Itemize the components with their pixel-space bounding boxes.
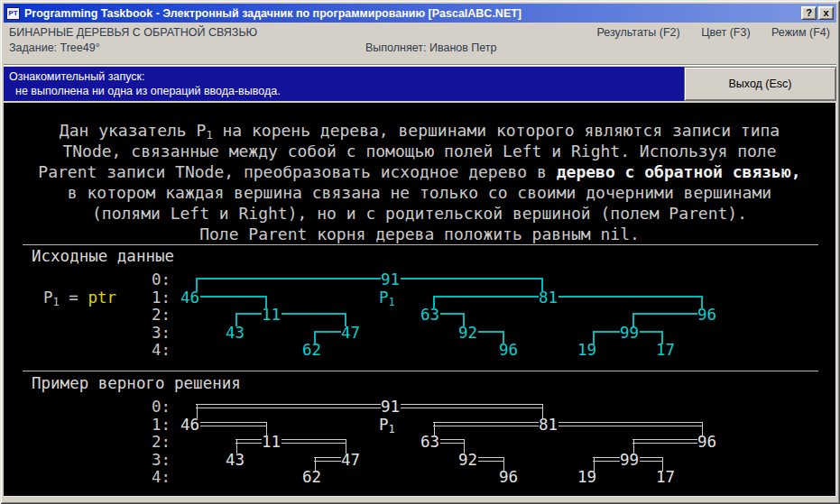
tree-node: 11 <box>262 435 281 450</box>
tree-level-label: 1: <box>152 290 171 306</box>
tree-node: 96 <box>499 343 518 358</box>
tree-edge-line <box>314 331 316 344</box>
close-button[interactable]: x <box>818 6 834 20</box>
menu-item-results[interactable]: Результаты (F2) <box>596 26 679 39</box>
task-text-line: TNode, связанные между собой с помощью п… <box>4 141 835 161</box>
tree-node: 19 <box>577 470 596 485</box>
tree-edge-line <box>315 457 316 472</box>
titlebar[interactable]: PT Programming Taskbook - Электронный за… <box>4 4 836 23</box>
tree-edge-line <box>541 278 543 291</box>
task-screen: Дан указатель P1 на корень дерева, верши… <box>4 103 836 497</box>
header-menu: Результаты (F2) Цвет (F3) Режим (F4) <box>578 26 830 39</box>
tree-edge-line <box>235 439 262 440</box>
tree-node: 92 <box>458 453 477 468</box>
tree-edge-line <box>197 404 198 418</box>
tree-edge-line <box>401 408 543 408</box>
tree-pointer-label: P1 <box>379 290 395 310</box>
tree-level-label: 4: <box>152 343 171 358</box>
tree-edge-line <box>282 443 346 444</box>
tree-edge-line <box>593 461 620 462</box>
tree-edge-line <box>314 457 341 458</box>
tree-edge-line <box>593 331 620 333</box>
tree-level-label: 3: <box>152 325 171 341</box>
tree-node: 17 <box>656 343 675 358</box>
tree-pointer-label: P1 <box>379 417 395 437</box>
app-window: PT Programming Taskbook - Электронный за… <box>0 0 840 504</box>
section-title: Исходные данные <box>32 249 174 264</box>
section-separator <box>23 371 818 371</box>
help-button[interactable]: ? <box>801 6 817 20</box>
tree-node: 63 <box>420 307 439 323</box>
tree-edge-line <box>433 426 539 426</box>
tree-level-label: 2: <box>152 435 171 450</box>
tree-node: 63 <box>420 435 439 450</box>
tree-node: 62 <box>302 343 321 358</box>
tree-edge-line <box>196 278 381 279</box>
tree-edge-line <box>662 457 663 472</box>
menu-item-mode[interactable]: Режим (F4) <box>771 26 830 39</box>
tree-edge-line <box>401 278 543 279</box>
task-description: Дан указатель P1 на корень дерева, верши… <box>4 120 835 244</box>
tree-edge-line <box>200 426 267 426</box>
tree-level-label: 2: <box>152 307 171 323</box>
tree-edge-line <box>282 439 346 440</box>
tree-edge-line <box>503 457 504 472</box>
window-title: Programming Taskbook - Электронный задач… <box>24 7 799 20</box>
tree-level-label: 1: <box>152 417 171 433</box>
status-banner: Ознакомительный запуск: не выполнена ни … <box>4 67 684 101</box>
tree-edge-line <box>235 313 262 315</box>
tree-edge-line <box>478 461 504 462</box>
tree-node: 81 <box>539 290 558 306</box>
tree-node: 11 <box>262 307 281 323</box>
tree-edge-line <box>632 313 634 326</box>
tree-level-label: 4: <box>152 470 171 485</box>
tree-node: 91 <box>381 399 400 415</box>
tree-edge-line <box>440 439 465 440</box>
tree-edge-line <box>266 422 267 436</box>
task-text-line: Parent записи TNode, преобразовать исход… <box>4 161 835 182</box>
tree-node: 81 <box>539 417 558 433</box>
tree-edge-line <box>235 443 262 444</box>
tree-edge-line <box>478 457 504 458</box>
status-line-1: Ознакомительный запуск: <box>9 69 684 84</box>
tree-edge-line <box>200 422 267 423</box>
tree-edge-line <box>196 404 381 405</box>
tree-edge-line <box>433 422 539 423</box>
tree-edge-line <box>464 439 465 454</box>
tree-edge-line <box>633 439 634 454</box>
tree-node: 19 <box>577 343 596 358</box>
topic-title: БИНАРНЫЕ ДЕРЕВЬЯ С ОБРАТНОЙ СВЯЗЬЮ <box>9 26 257 39</box>
tree-edge-line <box>640 461 663 462</box>
tree-edge-line <box>558 426 703 426</box>
tree-edge-line <box>346 439 346 454</box>
tree-node: 43 <box>226 325 245 341</box>
pointer-assignment: P1 = ptr <box>43 290 116 310</box>
tree-edge-line <box>314 461 341 462</box>
tree-node: 96 <box>697 435 716 450</box>
tree-edge-line <box>593 457 620 458</box>
tree-edge-line <box>558 422 703 423</box>
exit-button[interactable]: Выход (Esc) <box>684 67 836 101</box>
tree-edge-line <box>433 296 435 309</box>
tree-node: 47 <box>341 325 360 341</box>
tree-edge-line <box>632 439 697 440</box>
section-title: Пример верного решения <box>32 376 241 391</box>
tree-edge-line <box>594 457 595 472</box>
tree-node: 47 <box>341 453 360 468</box>
tree-node: 17 <box>656 470 675 485</box>
tree-edge-line <box>265 296 267 309</box>
task-text-line: (полями Left и Right), но и с родительск… <box>4 203 835 224</box>
tree-edge-line <box>200 296 267 298</box>
tree-edge-line <box>433 296 539 298</box>
tree-edge-line <box>701 296 703 309</box>
tree-edge-line <box>702 422 703 436</box>
tree-edge-line <box>314 331 341 333</box>
tree-edge-line <box>401 404 543 405</box>
status-line-2: не выполнена ни одна из операций ввода-в… <box>9 84 684 98</box>
task-text-line: Поле Parent корня дерева положить равным… <box>4 224 835 244</box>
tree-node: 96 <box>697 307 716 323</box>
tree-edge-line <box>196 278 198 291</box>
tree-node: 91 <box>381 272 400 288</box>
menu-item-color[interactable]: Цвет (F3) <box>701 26 750 39</box>
tree-node: 43 <box>226 453 245 468</box>
